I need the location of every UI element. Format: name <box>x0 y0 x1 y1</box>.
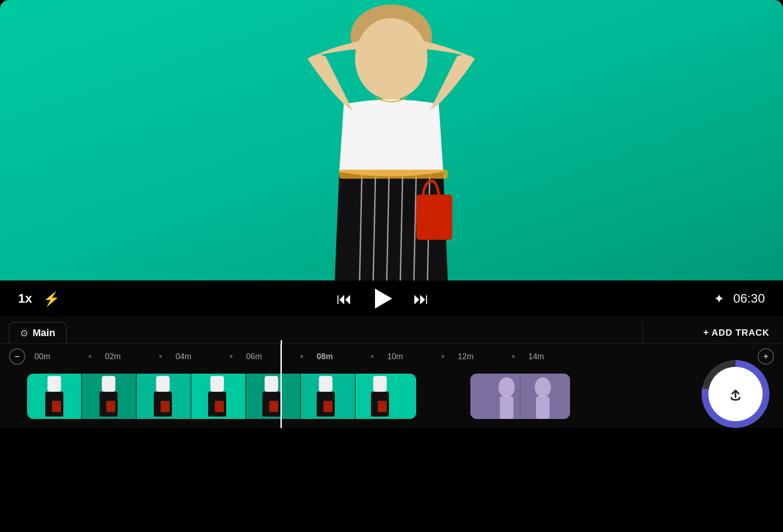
svg-rect-41 <box>323 401 332 412</box>
ruler-dot-3 <box>300 355 303 358</box>
video-track: ⇄ <box>27 374 756 419</box>
video-track-container: ⇄ <box>0 369 783 428</box>
main-tab[interactable]: ⊙ Main <box>9 322 66 343</box>
tab-video-icon: ⊙ <box>20 328 28 338</box>
svg-rect-50 <box>500 396 513 419</box>
svg-rect-46 <box>378 401 387 412</box>
lightning-button[interactable]: ⚡ <box>43 291 60 307</box>
ruler-mark-2: 04m <box>176 352 216 361</box>
ruler-mark-1: 02m <box>105 352 146 361</box>
timeline-section: ⊙ Main + ADD TRACK − 00m 02m 04m 06m 08m… <box>0 317 783 428</box>
ruler-dot-5 <box>441 355 444 358</box>
ruler-dot-1 <box>159 355 162 358</box>
play-button[interactable] <box>370 286 395 311</box>
svg-rect-12 <box>339 170 448 179</box>
ruler-dot-4 <box>371 355 374 358</box>
svg-rect-53 <box>536 396 550 419</box>
export-icon <box>724 383 747 405</box>
controls-center: ⏮ ⏭ <box>337 286 429 311</box>
tab-bar: ⊙ Main + ADD TRACK <box>0 317 783 344</box>
svg-point-3 <box>355 18 427 100</box>
forward-button[interactable]: ⏭ <box>413 290 429 308</box>
svg-rect-24 <box>156 376 170 392</box>
track-segment-main[interactable]: ⇄ <box>27 374 416 419</box>
add-track-button[interactable]: + ADD TRACK <box>703 328 769 338</box>
tab-divider <box>642 323 643 343</box>
playhead[interactable] <box>280 344 282 428</box>
ruler-dot-0 <box>89 355 91 358</box>
svg-point-52 <box>535 377 551 397</box>
zoom-out-button[interactable]: − <box>9 348 25 365</box>
svg-rect-36 <box>269 401 278 412</box>
svg-rect-11 <box>416 195 452 240</box>
rewind-button[interactable]: ⏮ <box>337 290 352 308</box>
track-thumbnails <box>27 374 416 419</box>
speed-label[interactable]: 1x <box>18 291 32 306</box>
forward-icon: ⏭ <box>413 290 429 308</box>
controls-right: ✦ 06:30 <box>693 291 765 306</box>
add-track-label: + ADD TRACK <box>703 328 769 338</box>
controls-left: 1x ⚡ <box>18 291 72 307</box>
video-content <box>0 0 783 280</box>
track-segment-secondary[interactable] <box>470 374 570 419</box>
play-icon <box>375 289 392 309</box>
playhead-indicator <box>280 340 282 344</box>
timecode: 06:30 <box>733 291 765 306</box>
ruler-mark-4: 08m <box>317 352 357 361</box>
secondary-thumbnails <box>470 374 570 419</box>
svg-rect-21 <box>106 401 115 412</box>
video-preview <box>0 0 783 280</box>
svg-rect-26 <box>161 401 170 412</box>
svg-rect-14 <box>47 376 61 392</box>
svg-rect-19 <box>102 376 115 392</box>
timeline-ruler: − 00m 02m 04m 06m 08m 10m 12m 14m + <box>0 344 783 369</box>
video-background <box>0 0 783 280</box>
lightning-icon: ⚡ <box>43 291 60 307</box>
export-circle-progress <box>702 360 769 428</box>
ai-button[interactable]: ✦ <box>714 291 724 306</box>
ruler-mark-7: 14m <box>528 352 569 361</box>
export-button[interactable] <box>708 367 763 421</box>
rewind-icon: ⏮ <box>337 290 352 308</box>
tab-label: Main <box>33 327 55 339</box>
controls-bar: 1x ⚡ ⏮ ⏭ ✦ 06:30 <box>0 280 783 317</box>
ruler-mark-0: 00m <box>34 352 75 361</box>
svg-point-49 <box>498 377 515 397</box>
ruler-marks: 00m 02m 04m 06m 08m 10m 12m 14m <box>25 352 758 361</box>
svg-rect-29 <box>210 376 224 392</box>
svg-rect-44 <box>373 376 387 392</box>
ruler-mark-6: 12m <box>458 352 498 361</box>
svg-rect-16 <box>52 401 61 412</box>
ruler-dot-6 <box>512 355 515 358</box>
ai-icon: ✦ <box>714 291 724 306</box>
svg-rect-31 <box>215 401 224 412</box>
zoom-out-icon: − <box>14 352 20 362</box>
svg-rect-39 <box>319 376 332 392</box>
svg-rect-34 <box>265 376 278 392</box>
ruler-dot-2 <box>230 355 233 358</box>
export-button-container <box>702 360 769 428</box>
ruler-mark-5: 10m <box>387 352 428 361</box>
